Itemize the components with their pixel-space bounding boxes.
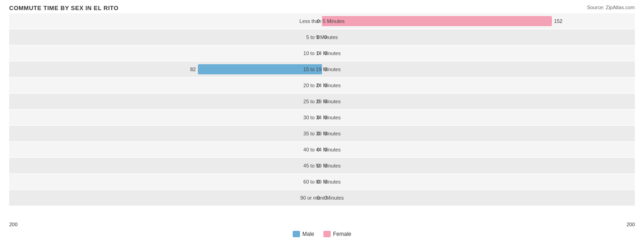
chart-row: 5 to 9 Minutes00 — [9, 29, 635, 45]
female-value: 152 — [554, 18, 562, 24]
male-value: 0 — [317, 115, 320, 120]
female-value: 0 — [324, 67, 327, 72]
chart-row: 90 or more Minutes00 — [9, 190, 635, 206]
male-value: 0 — [317, 99, 320, 104]
male-bar — [198, 64, 322, 74]
axis-label-left: 200 — [9, 222, 17, 227]
male-value: 0 — [317, 34, 320, 40]
chart-title: COMMUTE TIME BY SEX IN EL RITO — [9, 5, 635, 11]
row-label: 45 to 59 Minutes — [303, 163, 340, 168]
female-value: 0 — [324, 179, 327, 184]
male-value: 0 — [317, 147, 320, 152]
female-value: 0 — [324, 131, 327, 136]
female-value: 0 — [324, 34, 327, 40]
male-value: 0 — [317, 195, 320, 201]
female-value: 0 — [324, 50, 327, 56]
female-legend-label: Female — [333, 231, 351, 237]
row-label: 60 to 89 Minutes — [303, 179, 340, 184]
male-legend-label: Male — [302, 231, 314, 237]
row-label: 5 to 9 Minutes — [306, 34, 338, 40]
legend-male: Male — [293, 231, 314, 237]
male-value: 0 — [317, 18, 320, 24]
female-value: 0 — [324, 147, 327, 152]
female-value: 0 — [324, 115, 327, 120]
chart-row: 25 to 29 Minutes00 — [9, 94, 635, 109]
chart-row: 35 to 39 Minutes00 — [9, 126, 635, 141]
row-label: 35 to 39 Minutes — [303, 131, 340, 136]
female-bar — [322, 16, 552, 26]
row-label: 25 to 29 Minutes — [303, 99, 340, 104]
male-value: 0 — [317, 83, 320, 88]
row-label: 90 or more Minutes — [300, 195, 344, 201]
source-label: Source: ZipAtlas.com — [587, 5, 635, 10]
female-legend-box — [323, 231, 331, 237]
male-value: 82 — [190, 67, 196, 72]
axis-label-right: 200 — [627, 222, 635, 227]
legend: Male Female — [293, 231, 351, 237]
row-label: 20 to 24 Minutes — [303, 83, 340, 88]
chart-row: 20 to 24 Minutes00 — [9, 78, 635, 93]
chart-container: COMMUTE TIME BY SEX IN EL RITO Source: Z… — [0, 0, 644, 240]
male-value: 0 — [317, 179, 320, 184]
chart-row: 10 to 14 Minutes00 — [9, 45, 635, 61]
row-label: 30 to 34 Minutes — [303, 115, 340, 120]
chart-row: 15 to 19 Minutes820 — [9, 61, 635, 77]
legend-female: Female — [323, 231, 351, 237]
female-value: 0 — [324, 195, 327, 201]
male-value: 0 — [317, 131, 320, 136]
row-label: 10 to 14 Minutes — [303, 50, 340, 56]
female-value: 0 — [324, 99, 327, 104]
chart-row: 60 to 89 Minutes00 — [9, 174, 635, 190]
row-label: 40 to 44 Minutes — [303, 147, 340, 152]
chart-row: 30 to 34 Minutes00 — [9, 110, 635, 125]
chart-area: Less than 5 Minutes01525 to 9 Minutes001… — [9, 13, 635, 207]
female-value: 0 — [324, 163, 327, 168]
chart-row: Less than 5 Minutes0152 — [9, 13, 635, 29]
chart-row: 45 to 59 Minutes00 — [9, 158, 635, 173]
chart-row: 40 to 44 Minutes00 — [9, 142, 635, 157]
male-value: 0 — [317, 163, 320, 168]
male-value: 0 — [317, 50, 320, 56]
male-legend-box — [293, 231, 300, 237]
female-value: 0 — [324, 83, 327, 88]
